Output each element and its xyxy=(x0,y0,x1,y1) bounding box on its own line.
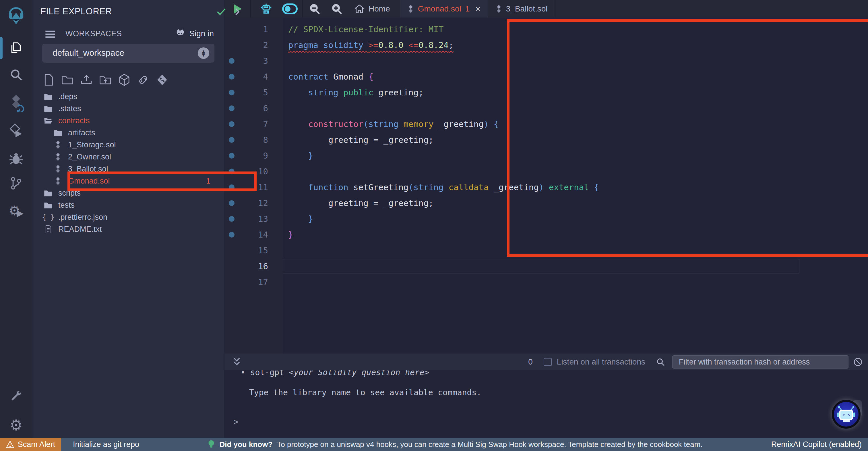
tab-home[interactable]: Home xyxy=(347,0,400,18)
deploy-run-icon[interactable] xyxy=(0,123,32,139)
code-line-14[interactable]: 14} xyxy=(224,227,801,243)
code-text: contract Gmonad { xyxy=(273,72,801,82)
tree-item--states[interactable]: .states xyxy=(32,103,224,115)
gutter-dot xyxy=(224,90,239,95)
upload-file-icon[interactable] xyxy=(81,74,92,86)
code-line-15[interactable]: 15 xyxy=(224,243,801,258)
terminal-search-icon[interactable] xyxy=(656,357,665,367)
gutter-dot xyxy=(224,58,239,64)
file-explorer-icon[interactable] xyxy=(0,40,32,56)
tree-item--prettierrc-json[interactable]: { }.prettierrc.json xyxy=(32,211,224,223)
tree-item-3-ballot-sol[interactable]: 3_Ballot.sol xyxy=(32,163,224,175)
code-line-13[interactable]: 13 } xyxy=(224,211,801,227)
new-folder-icon[interactable] xyxy=(62,74,73,86)
code-text: } xyxy=(273,230,801,239)
line-number: 8 xyxy=(239,135,273,145)
code-line-2[interactable]: 2pragma solidity >=0.8.0 <=0.8.24; xyxy=(224,37,801,53)
transaction-count: 0 xyxy=(528,357,533,367)
tree-item-readme-txt[interactable]: README.txt xyxy=(32,223,224,235)
debugger-icon[interactable] xyxy=(0,150,32,167)
load-cube-icon[interactable] xyxy=(119,74,130,86)
code-line-1[interactable]: 1// SPDX-License-Identifier: MIT xyxy=(224,21,801,37)
warning-icon xyxy=(6,440,14,448)
tree-item-label: README.txt xyxy=(58,225,102,234)
code-text: string public greeting; xyxy=(273,88,801,97)
terminal-output[interactable]: • sol-gpt <your Solidity question here> … xyxy=(224,370,868,438)
ai-copilot-icon[interactable] xyxy=(255,0,278,18)
clear-console-icon[interactable] xyxy=(853,357,863,367)
transaction-filter-input[interactable] xyxy=(672,355,848,369)
tip-text: To prototype on a uniswap v4 hooks, you … xyxy=(277,440,702,449)
sol-icon xyxy=(53,177,63,185)
tree-item-tests[interactable]: tests xyxy=(32,199,224,211)
search-icon[interactable] xyxy=(0,67,32,83)
init-git-repo-button[interactable]: Initialize as git repo xyxy=(73,440,139,449)
github-icon xyxy=(175,29,186,38)
code-line-6[interactable]: 6 xyxy=(224,100,801,116)
zoom-out-icon[interactable] xyxy=(303,0,327,18)
code-line-3[interactable]: 3 xyxy=(224,53,801,69)
code-lines[interactable]: 1// SPDX-License-Identifier: MIT2pragma … xyxy=(224,21,801,290)
tab-3-ballot-sol[interactable]: 3_Ballot.sol xyxy=(488,0,555,18)
settings-icon[interactable]: ⚙ xyxy=(0,417,32,433)
folder-icon xyxy=(53,129,63,137)
scam-alert-badge[interactable]: Scam Alert xyxy=(0,438,61,451)
code-line-8[interactable]: 8 greeting = _greeting; xyxy=(224,132,801,148)
zoom-in-icon[interactable] xyxy=(327,0,347,18)
git-clone-icon[interactable] xyxy=(156,74,168,86)
upload-folder-icon[interactable] xyxy=(100,74,111,86)
line-number: 1 xyxy=(239,24,273,34)
sol-file-icon xyxy=(408,5,414,13)
scam-alert-label: Scam Alert xyxy=(18,440,55,449)
code-line-5[interactable]: 5 string public greeting; xyxy=(224,84,801,100)
line-number: 10 xyxy=(239,167,273,176)
tree-item-label: artifacts xyxy=(68,129,95,137)
code-line-9[interactable]: 9 } xyxy=(224,148,801,164)
tree-item-contracts[interactable]: contracts xyxy=(32,115,224,127)
remix-ai-assistant-button[interactable] xyxy=(831,399,863,431)
tree-item-1-storage-sol[interactable]: 1_Storage.sol xyxy=(32,139,224,151)
tab-error-badge: 1 xyxy=(465,4,470,13)
code-line-17[interactable]: 17 xyxy=(224,274,801,290)
code-line-4[interactable]: 4contract Gmonad { xyxy=(224,69,801,84)
workspaces-menu-icon[interactable] xyxy=(44,30,56,38)
new-file-icon[interactable] xyxy=(43,74,54,86)
terminal-line: Type the library name to see available c… xyxy=(249,388,482,397)
link-icon[interactable] xyxy=(137,74,149,86)
file-explorer-toolbar xyxy=(43,74,168,86)
tools-icon[interactable] xyxy=(0,388,32,404)
collapse-panel-icon[interactable] xyxy=(234,7,241,16)
code-line-12[interactable]: 12 greeting = _greeting; xyxy=(224,195,801,211)
line-number: 11 xyxy=(239,182,273,192)
sign-in-button[interactable]: Sign in xyxy=(175,29,214,38)
ai-toggle-switch[interactable] xyxy=(278,0,302,18)
status-bar: Scam Alert Initialize as git repo Did yo… xyxy=(0,438,868,451)
tab-gmonad-sol[interactable]: Gmonad.sol1× xyxy=(400,0,488,18)
tree-item-2-owner-sol[interactable]: 2_Owner.sol xyxy=(32,151,224,163)
code-line-16[interactable]: 16 xyxy=(224,258,801,274)
line-number: 12 xyxy=(239,198,273,208)
plugin-manager-icon[interactable]: ⚙▶ xyxy=(0,201,32,220)
tree-item-gmonad-sol[interactable]: Gmonad.sol1 xyxy=(32,175,224,187)
gutter-dot xyxy=(224,137,239,143)
code-line-11[interactable]: 11 function setGreeting(string calldata … xyxy=(224,179,801,195)
tree-item-scripts[interactable]: scripts xyxy=(32,187,224,199)
terminal-prompt[interactable]: > xyxy=(234,417,239,427)
line-number: 16 xyxy=(239,261,273,271)
code-line-10[interactable]: 10 xyxy=(224,164,801,179)
code-line-7[interactable]: 7 constructor(string memory _greeting) { xyxy=(224,116,801,132)
line-number: 15 xyxy=(239,246,273,255)
panel-title: FILE EXPLORER xyxy=(40,6,112,17)
tab-close-icon[interactable]: × xyxy=(475,4,480,14)
source-control-icon[interactable] xyxy=(0,175,32,191)
solidity-compiler-icon[interactable] xyxy=(0,94,32,113)
gutter-dot xyxy=(224,200,239,206)
remix-logo[interactable] xyxy=(0,5,32,26)
tree-item--deps[interactable]: .deps xyxy=(32,90,224,103)
listen-all-checkbox[interactable] xyxy=(544,358,552,366)
workspace-select[interactable]: default_workspace ▲▼ xyxy=(42,44,214,63)
tree-item-artifacts[interactable]: artifacts xyxy=(32,127,224,139)
tip-title: Did you know? xyxy=(219,440,272,449)
terminal-collapse-icon[interactable] xyxy=(232,357,241,367)
code-text: greeting = _greeting; xyxy=(273,135,801,145)
